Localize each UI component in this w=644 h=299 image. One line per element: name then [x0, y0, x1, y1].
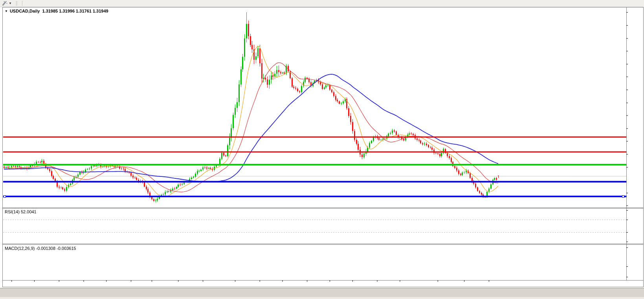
- ohlc-low: 1.31761: [76, 9, 92, 13]
- ohlc-open: 1.31985: [42, 9, 58, 13]
- chart-window: ▼USDCAD,Daily 1.31985 1.31996 1.31761 1.…: [0, 7, 644, 288]
- timeframe-toolbar: ▼: [0, 0, 644, 7]
- rsi-value: 52.0041: [21, 209, 37, 214]
- rsi-indicator-label: RSI(14) 52.0041: [5, 209, 37, 214]
- chart-canvas[interactable]: [0, 7, 644, 288]
- mt4-terminal: ▼ ▼USDCAD,Daily 1.31985 1.31996 1.31761 …: [0, 0, 644, 299]
- chart-title: ▼USDCAD,Daily 1.31985 1.31996 1.31761 1.…: [5, 9, 108, 13]
- ohlc-close: 1.31949: [93, 9, 108, 13]
- toolbar-separator: [22, 1, 22, 6]
- toolbar-grip: [16, 1, 18, 6]
- chart-tab-bar: [0, 288, 644, 297]
- chart-pointer-icon[interactable]: [2, 1, 8, 6]
- macd-value: -0.001308: [36, 246, 55, 251]
- macd-indicator-label: MACD(12,26,9) -0.001308 -0.003615: [5, 246, 76, 251]
- chevron-down-icon[interactable]: ▼: [9, 2, 12, 5]
- status-strip: [0, 297, 644, 299]
- chart-dropdown-icon[interactable]: ▼: [5, 9, 8, 13]
- chart-symbol: USDCAD,Daily: [10, 9, 40, 13]
- macd-signal-value: -0.003615: [57, 246, 76, 251]
- rsi-name: RSI(14): [5, 209, 20, 214]
- macd-name: MACD(12,26,9): [5, 246, 35, 251]
- ohlc-high: 1.31996: [59, 9, 75, 13]
